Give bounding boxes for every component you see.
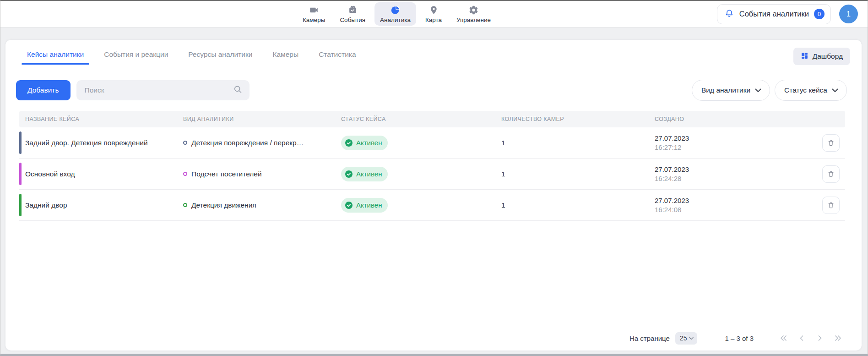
analytics-type: Подсчет посетителей (191, 170, 262, 178)
table-row[interactable]: Задний двор. Детекция повреждений Детекц… (19, 127, 845, 159)
search-icon (233, 85, 243, 96)
next-page-button[interactable] (813, 331, 827, 345)
dashboard-button[interactable]: Дашборд (793, 48, 850, 65)
created-date: 27.07.2023 (655, 134, 822, 143)
check-circle-icon (345, 170, 353, 178)
col-header-name: НАЗВАНИЕ КЕЙСА (25, 116, 183, 122)
created-time: 16:24:28 (655, 174, 822, 183)
nav-item-cameras[interactable]: Камеры (297, 2, 331, 26)
nav-item-map[interactable]: Карта (420, 2, 447, 26)
first-page-button[interactable] (776, 331, 790, 345)
nav-item-analytics[interactable]: Аналитика (374, 2, 416, 26)
filter-label: Вид аналитики (701, 86, 750, 94)
created-at: 27.07.2023 16:27:12 (655, 134, 822, 152)
case-color-stripe (19, 163, 22, 185)
nav-label: Камеры (303, 16, 325, 23)
calendar-check-icon (347, 5, 358, 15)
case-color-stripe (19, 131, 22, 154)
analytics-type: Детекция движения (191, 201, 256, 209)
check-circle-icon (345, 201, 353, 209)
created-time: 16:27:12 (655, 143, 822, 152)
col-header-cameras: КОЛИЧЕСТВО КАМЕР (501, 116, 655, 122)
delete-case-button[interactable] (822, 134, 840, 152)
trash-icon (827, 201, 835, 209)
nav-item-management[interactable]: Управление (451, 2, 496, 26)
chevron-down-icon (832, 86, 838, 94)
tab-cameras[interactable]: Камеры (271, 44, 299, 66)
nav-label: Карта (425, 16, 442, 23)
tab-analytics-resources[interactable]: Ресурсы аналитики (187, 44, 253, 66)
search-box (76, 80, 250, 100)
col-header-created: СОЗДАНО (655, 116, 822, 122)
nav-label: Управление (456, 16, 491, 23)
gear-icon (468, 5, 479, 15)
analytics-events-label: События аналитики (739, 10, 809, 18)
page-range: 1 – 3 of 3 (725, 334, 754, 342)
status-badge: Активен (341, 136, 388, 150)
created-date: 27.07.2023 (655, 165, 822, 174)
tabs: Кейсы аналитики События и реакции Ресурс… (26, 44, 357, 66)
analytics-events-button[interactable]: События аналитики 0 (717, 4, 831, 24)
delete-case-button[interactable] (822, 165, 840, 183)
status-label: Активен (356, 201, 382, 209)
app-screen: Камеры События (0, 0, 868, 356)
last-page-button[interactable] (831, 331, 845, 345)
events-count-badge: 0 (814, 9, 825, 19)
top-bar: Камеры События (0, 1, 868, 27)
delete-case-button[interactable] (822, 197, 840, 214)
cameras-count: 1 (501, 170, 655, 178)
analytics-type-dot-icon (183, 172, 187, 176)
filter-label: Статус кейса (784, 86, 827, 94)
col-header-type: ВИД АНАЛИТИКИ (183, 116, 341, 122)
toolbar: Добавить Вид аналитики Статус кейса (16, 80, 847, 100)
cases-table: НАЗВАНИЕ КЕЙСА ВИД АНАЛИТИКИ СТАТУС КЕЙС… (19, 111, 845, 221)
pager-controls (776, 331, 845, 345)
nav-label: Аналитика (380, 16, 411, 23)
user-avatar[interactable]: 1 (839, 5, 858, 23)
cameras-count: 1 (501, 201, 655, 209)
table-header: НАЗВАНИЕ КЕЙСА ВИД АНАЛИТИКИ СТАТУС КЕЙС… (19, 111, 845, 127)
table-row[interactable]: Задний двор Детекция движения Активен 1 … (19, 190, 845, 221)
table-row[interactable]: Основной вход Подсчет посетителей Активе… (19, 159, 845, 190)
status-label: Активен (356, 139, 382, 147)
prev-page-button[interactable] (795, 331, 808, 345)
analytics-type: Детекция повреждения / перекр… (191, 139, 304, 147)
double-chevron-left-icon (779, 334, 788, 342)
top-bar-right: События аналитики 0 1 (717, 4, 858, 24)
filter-case-status[interactable]: Статус кейса (775, 80, 847, 101)
trash-icon (827, 139, 835, 147)
case-name: Задний двор (25, 201, 183, 209)
filters: Вид аналитики Статус кейса (692, 80, 847, 101)
chevron-down-icon (755, 86, 761, 94)
tab-analytics-cases[interactable]: Кейсы аналитики (26, 44, 85, 66)
analytics-cases-panel: Кейсы аналитики События и реакции Ресурс… (5, 40, 862, 351)
double-chevron-right-icon (834, 334, 843, 342)
case-name: Задний двор. Детекция повреждений (25, 139, 183, 147)
nav-label: События (340, 16, 365, 23)
case-name: Основной вход (25, 170, 183, 178)
camera-icon (309, 5, 319, 15)
per-page-select[interactable]: 25 (675, 332, 698, 345)
analytics-type-dot-icon (183, 141, 187, 145)
pagination: На странице 25 1 – 3 of 3 (629, 330, 845, 346)
col-header-status: СТАТУС КЕЙСА (341, 116, 501, 122)
per-page-label: На странице (629, 334, 670, 342)
tabs-row: Кейсы аналитики События и реакции Ресурс… (26, 44, 850, 66)
main-navigation: Камеры События (297, 1, 496, 27)
nav-item-events[interactable]: События (334, 2, 371, 26)
chevron-right-icon (817, 334, 823, 342)
check-circle-icon (345, 139, 353, 147)
add-button[interactable]: Добавить (16, 80, 71, 100)
filter-analytics-type[interactable]: Вид аналитики (692, 80, 770, 101)
map-pin-icon (429, 5, 439, 15)
tab-events-reactions[interactable]: События и реакции (103, 44, 169, 66)
chevron-down-icon (689, 337, 694, 340)
trash-icon (827, 170, 835, 178)
search-input[interactable] (76, 80, 250, 100)
pie-chart-icon (390, 5, 401, 15)
analytics-type-dot-icon (183, 203, 187, 207)
per-page-value: 25 (680, 334, 687, 342)
cameras-count: 1 (501, 139, 655, 147)
tab-statistics[interactable]: Статистика (318, 44, 357, 66)
created-time: 16:24:08 (655, 205, 822, 214)
